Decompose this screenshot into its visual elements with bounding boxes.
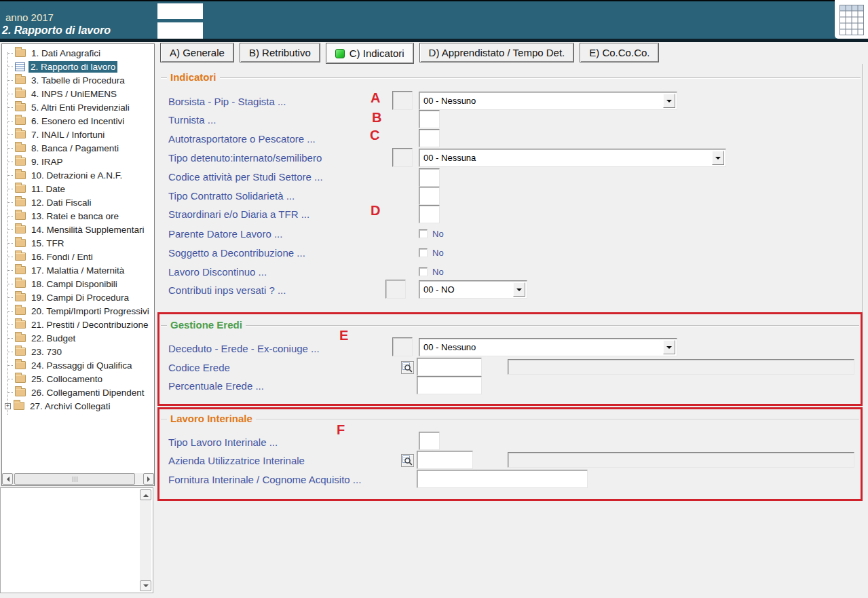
tree-item[interactable]: 5. Altri Enti Previdenziali: [2, 100, 154, 114]
form-icon: [15, 62, 25, 71]
chevron-down-icon[interactable]: [513, 282, 525, 297]
turnista-input[interactable]: [419, 110, 440, 128]
tree-item-label: 8. Banca / Pagamenti: [29, 143, 121, 154]
codice-erede-description-field: [508, 359, 854, 375]
azienda-utilizzatrice-input[interactable]: [417, 451, 473, 469]
tab-label: E) Co.Co.Co.: [589, 47, 649, 58]
tree-item[interactable]: 1. Dati Anagrafici: [2, 46, 154, 60]
tab-d[interactable]: D) Apprendistato / Tempo Det.: [419, 43, 575, 62]
header-divider: [0, 39, 868, 42]
label-tipo-contratto: Tipo Contratto Solidarietà ...: [168, 190, 295, 202]
tree-item[interactable]: 26. Collegamenti Dipendent: [2, 386, 154, 399]
label-tipo-detenuto: Tipo detenuto:internato/semilibero: [168, 152, 322, 164]
parente-checkbox[interactable]: [419, 229, 428, 238]
tree-item[interactable]: 3. Tabelle di Procedura: [2, 73, 154, 87]
tree-item[interactable]: 22. Budget: [2, 331, 154, 345]
tree-item[interactable]: 16. Fondi / Enti: [2, 250, 154, 263]
tree-item[interactable]: 20. Tempi/Importi Progressivi: [2, 304, 154, 318]
folder-icon: [15, 253, 26, 261]
folder-icon: [15, 185, 26, 193]
tree-item[interactable]: 4. INPS / UniEMENS: [2, 87, 154, 100]
deceduto-code-box[interactable]: [392, 337, 413, 356]
straordinari-input[interactable]: [419, 205, 440, 223]
scroll-down-icon[interactable]: [140, 580, 151, 591]
fornitura-interinale-input[interactable]: [417, 470, 588, 488]
scroll-right-icon[interactable]: [143, 473, 154, 485]
tree-connector: [7, 121, 13, 122]
scrollbar-thumb[interactable]: [14, 473, 135, 485]
tree-item[interactable]: 6. Esonero ed Incentivi: [2, 114, 154, 128]
tree-item[interactable]: 25. Collocamento: [2, 372, 154, 386]
scroll-up-icon[interactable]: [140, 489, 151, 500]
tree-item[interactable]: 23. 730: [2, 345, 154, 358]
tree-item-label: 3. Tabelle di Procedura: [29, 75, 127, 86]
deceduto-selected-value: 00 - Nessuno: [423, 339, 476, 356]
tree-item[interactable]: 19. Campi Di Procedura: [2, 291, 154, 304]
tree-item[interactable]: +27. Archivi Collegati: [2, 399, 154, 413]
grid-view-button[interactable]: [835, 0, 868, 39]
tree-item[interactable]: 15. TFR: [2, 236, 154, 250]
soggetto-checkbox[interactable]: [419, 248, 428, 257]
tree-item[interactable]: 18. Campi Disponibili: [2, 277, 154, 291]
group-title-gestione-eredi: Gestione Eredi: [167, 319, 246, 331]
borsista-code-box[interactable]: [392, 91, 413, 110]
azienda-lookup-button[interactable]: [401, 454, 414, 467]
tab-b[interactable]: B) Retributivo: [240, 43, 320, 62]
tipo-lavoro-interinale-input[interactable]: [419, 432, 440, 450]
notes-panel[interactable]: [0, 487, 153, 593]
header-field-1[interactable]: [157, 3, 203, 19]
tree-connector: [7, 134, 13, 135]
label-codice-attivita: Codice attività per Studi Settore ...: [168, 171, 323, 183]
magnifier-icon: [402, 455, 413, 466]
tree-item[interactable]: 14. Mensilità Supplementari: [2, 223, 154, 236]
tab-c[interactable]: C) Indicatori: [326, 43, 414, 64]
tree-item-label: 22. Budget: [29, 333, 77, 344]
folder-icon: [15, 171, 26, 179]
folder-icon: [15, 320, 26, 329]
contributi-select[interactable]: 00 - NO: [419, 280, 527, 299]
tree-item[interactable]: 9. IRAP: [2, 155, 154, 168]
folder-icon: [15, 225, 26, 233]
chevron-down-icon[interactable]: [712, 151, 724, 165]
chevron-down-icon[interactable]: [663, 94, 675, 108]
percentuale-erede-input[interactable]: [417, 376, 482, 394]
scroll-left-icon[interactable]: [2, 473, 13, 485]
autotrasportatore-input[interactable]: [419, 129, 440, 147]
tree-connector: [7, 53, 13, 54]
borsista-select[interactable]: 00 - Nessuno: [419, 92, 677, 110]
contributi-code-box[interactable]: [385, 280, 406, 299]
tree-item[interactable]: 13. Ratei e banca ore: [2, 209, 154, 223]
tipo-contratto-input[interactable]: [419, 187, 440, 205]
header-field-2[interactable]: [157, 22, 203, 39]
tipo-detenuto-code-box[interactable]: [392, 148, 413, 167]
notes-vertical-scrollbar[interactable]: [140, 489, 151, 591]
codice-erede-lookup-button[interactable]: [401, 361, 414, 374]
scrollbar-track[interactable]: [13, 473, 143, 485]
lavoro-discontinuo-checkbox[interactable]: [419, 267, 428, 276]
tab-a[interactable]: A) Generale: [160, 43, 234, 62]
tree-item[interactable]: 21. Prestiti / Decontribuzione: [2, 318, 154, 331]
tree-item[interactable]: 24. Passaggi di Qualifica: [2, 358, 154, 372]
tipo-detenuto-select[interactable]: 00 - Nessuna: [419, 149, 726, 167]
codice-attivita-input[interactable]: [419, 168, 440, 187]
folder-icon: [15, 144, 26, 152]
tree-connector: [7, 311, 13, 312]
tree-item[interactable]: 12. Dati Fiscali: [2, 195, 154, 209]
tree-item[interactable]: 11. Date: [2, 182, 154, 195]
chevron-down-icon[interactable]: [663, 340, 675, 354]
tab-label: D) Apprendistato / Tempo Det.: [429, 47, 565, 58]
tree-item[interactable]: 10. Detrazioni e A.N.F.: [2, 168, 154, 182]
deceduto-select[interactable]: 00 - Nessuno: [419, 338, 677, 356]
tree-item[interactable]: 7. INAIL / Infortuni: [2, 128, 154, 141]
tree-item[interactable]: 17. Malattia / Maternità: [2, 263, 154, 277]
expand-icon[interactable]: +: [5, 403, 11, 409]
tab-e[interactable]: E) Co.Co.Co.: [580, 43, 659, 62]
tree-item-label: 24. Passaggi di Qualifica: [29, 360, 134, 371]
tree-item[interactable]: 2. Rapporto di lavoro: [2, 60, 154, 73]
tree-horizontal-scrollbar[interactable]: [2, 473, 154, 485]
tree-item[interactable]: 8. Banca / Pagamenti: [2, 141, 154, 155]
codice-erede-input[interactable]: [417, 358, 482, 376]
tree-item-label: 17. Malattia / Maternità: [29, 265, 126, 276]
group-border-lavoro-interinale: [161, 419, 859, 420]
tree-item-label: 26. Collegamenti Dipendent: [29, 387, 147, 398]
